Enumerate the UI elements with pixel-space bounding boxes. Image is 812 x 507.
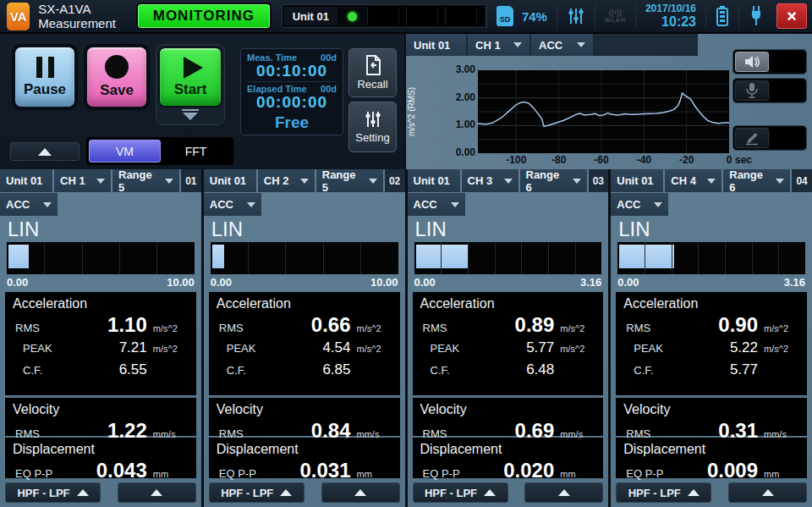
- cf-label: C.F.: [209, 364, 272, 377]
- pause-button[interactable]: Pause: [14, 46, 76, 108]
- bar-segment-divider: [575, 242, 576, 274]
- acc-unit-label: m/s^2: [351, 323, 395, 333]
- speaker-button[interactable]: [735, 52, 769, 72]
- channel-2-velocity-title: Velocity: [413, 398, 604, 419]
- power-plug-icon: [749, 5, 764, 27]
- wlan-icon: ((•)): [609, 8, 622, 17]
- start-button[interactable]: Start: [158, 47, 222, 107]
- channel-0-number-text: 01: [185, 175, 196, 187]
- channel-1-acceleration-box: Acceleration RMS 0.66 m/s^2 PEAK 4.54 m/…: [209, 292, 400, 395]
- microphone-level-display: [771, 80, 804, 101]
- channel-1-collapse-button[interactable]: [321, 482, 400, 503]
- channel-2-level-bar: [414, 242, 602, 274]
- acc-unit-label: m/s^2: [758, 344, 802, 354]
- app-title-line1: SX-A1VA: [38, 2, 116, 16]
- speaker-toggle[interactable]: [732, 49, 807, 74]
- channel-2-displacement-box: Displacement EQ P-P 0.020 mm: [413, 438, 604, 478]
- channel-1-channel-select[interactable]: CH 2: [258, 169, 315, 192]
- channel-0-channel-select[interactable]: CH 1: [54, 169, 111, 192]
- trend-plot-area: [478, 70, 729, 153]
- x-axis-tick-label: -20: [670, 154, 704, 166]
- channel-3-range-text: Range 6: [729, 169, 771, 194]
- channel-3-collapse-button[interactable]: [728, 482, 807, 503]
- channel-1-quantity-select[interactable]: ACC: [204, 193, 261, 216]
- channel-1-range-select[interactable]: Range 5: [316, 169, 383, 192]
- rms-label: RMS: [616, 322, 678, 334]
- app-title: SX-A1VA Measurement: [38, 2, 116, 30]
- chevron-down-icon: [165, 179, 173, 184]
- panel-collapse-button[interactable]: [10, 142, 80, 161]
- trend-y-axis-label: m/s^2 (RMS): [407, 70, 419, 153]
- channel-0-acc-rms-value: 1.10: [68, 313, 147, 337]
- acc-unit-label: m/s^2: [147, 344, 191, 354]
- channel-2-bar-min: 0.00: [414, 276, 436, 289]
- channel-1-header: Unit 01 CH 2 Range 5 02: [204, 169, 405, 192]
- channel-1-disp-eqpp-value: 0.031: [272, 459, 351, 482]
- channel-3-range-select[interactable]: Range 6: [723, 169, 790, 192]
- channel-1-number-badge: 02: [385, 169, 405, 192]
- channel-3-hpf-lpf-button[interactable]: HPF - LPF: [616, 482, 711, 503]
- channel-3-quantity-select[interactable]: ACC: [611, 193, 668, 216]
- disp-unit-label: mm: [351, 469, 395, 479]
- recall-document-icon: [364, 55, 382, 75]
- setting-button[interactable]: Setting: [348, 102, 397, 152]
- mixer-shortcut[interactable]: [557, 3, 595, 29]
- chevron-down-icon: [707, 179, 716, 184]
- channel-3-channel-select[interactable]: CH 4: [665, 169, 721, 192]
- chevron-up-icon: [77, 489, 89, 496]
- tab-vm[interactable]: VM: [89, 140, 161, 163]
- marker-pen-button[interactable]: [735, 128, 769, 148]
- channel-3-acc-peak-value: 5.22: [678, 337, 758, 359]
- start-options-expander[interactable]: [158, 107, 222, 123]
- channel-1-displacement-box: Displacement EQ P-P 0.031 mm: [209, 438, 400, 478]
- tab-fft[interactable]: FFT: [161, 140, 231, 163]
- trend-quantity-select[interactable]: ACC: [531, 34, 593, 56]
- channel-3-disp-eqpp-row: EQ P-P 0.009 mm: [616, 459, 807, 482]
- recall-button[interactable]: Recall: [348, 48, 397, 97]
- channel-1-level-bar-fill: [212, 245, 224, 268]
- save-button[interactable]: Save: [85, 46, 148, 108]
- acc-unit-label: m/s^2: [554, 344, 598, 354]
- titlebar-right: SD 74% ((•)) WLAN 2017/10/16 10:23: [486, 0, 812, 32]
- channel-2-quantity-select[interactable]: ACC: [408, 193, 465, 216]
- channel-2-range-select[interactable]: Range 6: [520, 169, 587, 192]
- channel-1-acc-cf-value: 6.85: [272, 359, 351, 381]
- marker-toggle[interactable]: [732, 125, 807, 151]
- channel-0-velocity-title: Velocity: [5, 398, 196, 419]
- acc-unit-label: m/s^2: [758, 323, 802, 333]
- microphone-toggle[interactable]: [732, 78, 807, 103]
- chevron-up-icon: [762, 489, 774, 496]
- channel-2-number-badge: 03: [589, 169, 609, 192]
- channel-1-number-text: 02: [389, 175, 400, 187]
- channel-1-unit-text: Unit 01: [210, 174, 246, 187]
- chevron-down-icon: [573, 179, 581, 184]
- channel-0-bar-max: 10.00: [167, 276, 195, 289]
- channel-1-footer: HPF - LPF: [209, 482, 400, 503]
- trend-quantity-text: ACC: [539, 39, 562, 52]
- channel-2-hpf-lpf-button[interactable]: HPF - LPF: [413, 482, 508, 503]
- channel-2-channel-select[interactable]: CH 3: [462, 169, 518, 192]
- channel-0-acc-cf-value: 6.55: [68, 359, 147, 381]
- channel-0-quantity-select[interactable]: ACC: [0, 193, 58, 216]
- channel-2-acceleration-box: Acceleration RMS 0.89 m/s^2 PEAK 5.77 m/…: [413, 292, 604, 395]
- channel-0-range-select[interactable]: Range 5: [112, 169, 179, 192]
- channel-0-hpf-lpf-button[interactable]: HPF - LPF: [5, 482, 101, 503]
- channel-1-hpf-lpf-button[interactable]: HPF - LPF: [209, 482, 304, 503]
- channel-2-acc-cf-row: C.F. 6.48: [413, 359, 604, 381]
- channel-2-collapse-button[interactable]: [524, 482, 603, 503]
- start-button-group: Start: [156, 44, 225, 125]
- channel-0-displacement-title: Displacement: [5, 438, 196, 459]
- datetime-display: 2017/10/16 10:23: [635, 3, 705, 29]
- channel-0-quantity-text: ACC: [6, 198, 30, 211]
- channel-0-collapse-button[interactable]: [118, 482, 196, 503]
- microphone-button[interactable]: [735, 80, 769, 101]
- unit-status-label: Unit 01: [284, 7, 337, 25]
- close-button[interactable]: ×: [776, 3, 807, 29]
- bar-segment-divider: [752, 242, 753, 274]
- channel-2-quantity-text: ACC: [414, 198, 437, 211]
- microphone-icon: [745, 82, 759, 99]
- grip-lines-icon: [182, 109, 199, 111]
- status-slot: [406, 7, 445, 25]
- chevron-up-icon: [354, 489, 366, 496]
- channel-1-acceleration-title: Acceleration: [209, 292, 400, 313]
